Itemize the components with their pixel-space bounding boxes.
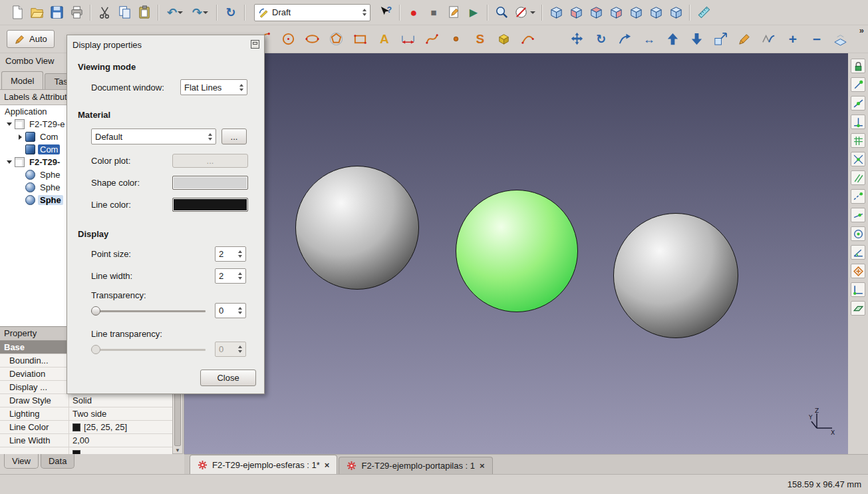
transparency-slider[interactable] <box>91 306 206 316</box>
draft-downgrade-icon[interactable] <box>685 29 709 49</box>
draft-circle-icon[interactable] <box>277 29 301 49</box>
snap-intersection-icon[interactable] <box>851 152 865 166</box>
tab-view[interactable]: View <box>4 454 39 469</box>
draft-offset-icon[interactable] <box>613 29 637 49</box>
snap-endpoint-icon[interactable] <box>851 77 865 92</box>
draft-point-icon[interactable] <box>444 29 468 49</box>
save-icon[interactable] <box>47 3 67 23</box>
draft-bezcurve-icon[interactable] <box>516 29 540 49</box>
redo-dropdown-caret[interactable] <box>203 11 208 14</box>
toolbar-overflow-button[interactable]: » <box>859 25 864 35</box>
macro-stop-icon[interactable]: ■ <box>424 3 444 23</box>
open-file-icon[interactable] <box>27 3 47 23</box>
undo-dropdown-caret[interactable] <box>178 11 183 14</box>
draft-bspline-icon[interactable] <box>420 29 444 49</box>
measure-icon[interactable] <box>694 3 714 23</box>
working-plane-auto-button[interactable]: Auto <box>7 30 55 48</box>
line-width-spinbox[interactable]: 2 <box>215 268 246 284</box>
view-front-icon[interactable] <box>566 3 586 23</box>
property-row[interactable]: Draw StyleSolid <box>0 394 172 407</box>
snap-perpendicular-icon[interactable] <box>851 115 865 129</box>
print-icon[interactable] <box>67 3 86 23</box>
combobox-arrows[interactable] <box>237 84 243 91</box>
draw-style-caret[interactable] <box>530 11 535 14</box>
document-tab-portapilas[interactable]: F2-T29-ejemplo-portapilas : 1 × <box>339 457 492 474</box>
undo-icon[interactable]: ↶ <box>162 3 188 23</box>
copy-icon[interactable] <box>114 3 134 23</box>
close-tab-icon[interactable]: × <box>480 461 485 471</box>
snap-angle-icon[interactable] <box>851 245 865 260</box>
material-more-button[interactable]: ... <box>221 128 247 144</box>
combobox-arrows[interactable] <box>206 133 212 140</box>
refresh-icon[interactable]: ↻ <box>221 3 241 23</box>
draft-rectangle-icon[interactable] <box>349 29 372 49</box>
property-row[interactable]: Line Width2,00 <box>0 434 172 447</box>
draft-edit-icon[interactable] <box>733 29 757 49</box>
redo-icon[interactable]: ↷ <box>188 3 213 23</box>
draft-shapestring-icon[interactable]: S <box>468 29 492 49</box>
draft-ellipse-icon[interactable] <box>301 29 325 49</box>
spinbox-arrows[interactable] <box>235 307 242 314</box>
draft-upgrade-icon[interactable] <box>661 29 685 49</box>
draw-style-icon[interactable] <box>511 3 538 23</box>
sphere-middle[interactable] <box>456 190 578 312</box>
zoom-fit-icon[interactable] <box>492 3 511 23</box>
paste-icon[interactable] <box>134 3 154 23</box>
draft-shape-2d-view-icon[interactable] <box>829 29 853 49</box>
draft-add-point-icon[interactable]: + <box>781 29 805 49</box>
spinbox-arrows[interactable] <box>235 250 242 258</box>
viewport-3d[interactable]: Z Y X <box>184 53 848 454</box>
snap-lock-icon[interactable] <box>851 59 865 73</box>
workbench-selector[interactable]: Draft <box>254 4 370 21</box>
draft-move-icon[interactable] <box>565 29 589 49</box>
snap-special-icon[interactable] <box>851 264 865 278</box>
snap-parallel-icon[interactable] <box>851 170 865 185</box>
view-bottom-icon[interactable] <box>646 3 666 23</box>
draft-facebinder-icon[interactable] <box>492 29 516 49</box>
snap-extension-icon[interactable] <box>851 189 865 204</box>
draft-scale-icon[interactable] <box>709 29 733 49</box>
snap-center-icon[interactable] <box>851 226 865 241</box>
cut-icon[interactable] <box>94 3 114 23</box>
transparency-spinbox[interactable]: 0 <box>215 303 246 318</box>
snap-grid-icon[interactable] <box>851 133 865 148</box>
view-top-icon[interactable] <box>586 3 606 23</box>
snap-working-plane-icon[interactable] <box>851 301 865 316</box>
workbench-spinner[interactable] <box>360 9 366 16</box>
slider-handle[interactable] <box>91 306 100 316</box>
property-row[interactable] <box>0 447 172 454</box>
sphere-left[interactable] <box>295 166 419 290</box>
macro-edit-icon[interactable] <box>444 3 464 23</box>
view-left-icon[interactable] <box>666 3 686 23</box>
expander-open-icon[interactable] <box>5 123 13 126</box>
tab-data[interactable]: Data <box>41 454 74 469</box>
close-tab-icon[interactable]: × <box>325 460 330 470</box>
expander-open-icon[interactable] <box>5 160 13 164</box>
sphere-right[interactable] <box>613 213 738 338</box>
shape-color-swatch[interactable] <box>172 176 248 190</box>
macro-record-icon[interactable]: ● <box>404 3 424 23</box>
close-button[interactable]: Close <box>200 370 256 386</box>
draft-text-icon[interactable]: A <box>372 29 396 49</box>
spinbox-arrows[interactable] <box>235 272 242 280</box>
dialog-dock-button[interactable] <box>251 40 259 49</box>
draft-rotate-icon[interactable]: ↻ <box>589 29 613 49</box>
property-row[interactable]: Line Color[25, 25, 25] <box>0 421 172 434</box>
document-tab-esferas[interactable]: F2-T29-ejemplo-esferas : 1* × <box>190 455 337 474</box>
draft-polygon-icon[interactable] <box>325 29 349 49</box>
draft-trimex-icon[interactable]: ↔ <box>637 29 661 49</box>
snap-near-icon[interactable] <box>851 208 865 222</box>
tab-model[interactable]: Model <box>1 71 43 89</box>
draft-wire-to-bspline-icon[interactable] <box>757 29 781 49</box>
whatsthis-icon[interactable]: ? <box>376 3 396 23</box>
snap-ortho-icon[interactable] <box>851 282 865 297</box>
draft-dimension-icon[interactable] <box>396 29 420 49</box>
snap-midpoint-icon[interactable] <box>851 96 865 111</box>
macro-run-icon[interactable]: ▶ <box>464 3 484 23</box>
scroll-down-icon[interactable]: ▼ <box>175 447 180 453</box>
view-rear-icon[interactable] <box>626 3 646 23</box>
expander-closed-icon[interactable] <box>16 134 24 140</box>
view-right-icon[interactable] <box>606 3 626 23</box>
line-color-swatch[interactable] <box>172 198 248 212</box>
new-file-icon[interactable] <box>7 3 27 23</box>
